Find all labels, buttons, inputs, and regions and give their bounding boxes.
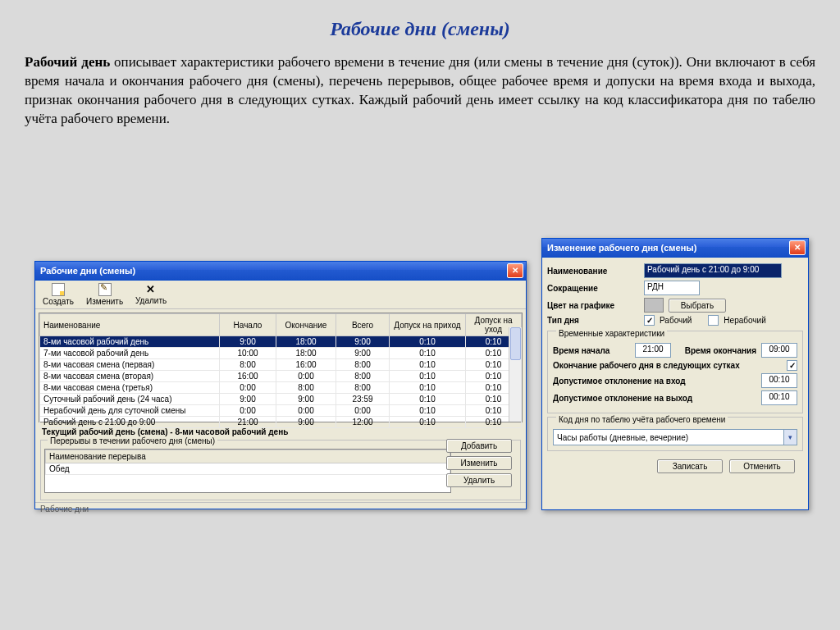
label-tol-out: Допустимое отклонение на выход: [553, 394, 756, 403]
label-tol-in: Допустимое отклонение на вход: [553, 377, 756, 386]
cell: 18:00: [276, 348, 336, 359]
cell: 0:10: [390, 394, 466, 405]
code-combo[interactable]: Часы работы (дневные, вечерние): [553, 429, 797, 445]
titlebar[interactable]: Рабочие дни (смены) ✕: [35, 262, 526, 281]
cell: 8-ми часовой рабочий день: [40, 336, 220, 348]
cell: 0:10: [390, 417, 466, 428]
checkbox-nonwork-label: Нерабочий: [724, 316, 765, 325]
combo-value: Часы работы (дневные, вечерние): [554, 433, 783, 442]
label-end: Время окончания: [685, 346, 756, 355]
intro-paragraph: Рабочий день описывает характеристики ра…: [0, 47, 840, 129]
cell: Суточный рабочий день (24 часа): [40, 394, 220, 405]
cancel-button[interactable]: Отменить: [729, 459, 795, 473]
table-row[interactable]: 8-ми часовой рабочий день9:0018:009:000:…: [40, 336, 522, 348]
cell: 0:10: [390, 336, 466, 348]
titlebar[interactable]: Изменение рабочего дня (смены) ✕: [542, 239, 808, 258]
close-icon[interactable]: ✕: [507, 263, 523, 278]
close-icon[interactable]: ✕: [789, 240, 806, 255]
cell: 16:00: [276, 359, 336, 371]
scrollbar-thumb[interactable]: [510, 327, 521, 360]
cell: 8:00: [336, 382, 390, 394]
create-button[interactable]: Создать: [40, 283, 76, 306]
cell: 8-ми часовая смена (первая): [40, 359, 220, 371]
cell: 8:00: [336, 359, 390, 371]
cell: 0:10: [390, 359, 466, 371]
cell: 9:00: [220, 336, 276, 348]
cell: Рабочий день с 21:00 до 9:00: [40, 417, 220, 428]
cell: 9:00: [220, 394, 276, 405]
col-end[interactable]: Окончание: [276, 314, 336, 336]
checkbox-nextday[interactable]: [787, 360, 797, 371]
code-fieldset: Код дня по табелю учёта рабочего времени…: [547, 417, 803, 451]
table-row[interactable]: 8-ми часовая смена (вторая)16:000:008:00…: [40, 371, 522, 382]
time-legend: Временные характеристики: [556, 329, 667, 338]
name-input[interactable]: Рабочий день с 21:00 до 9:00: [644, 263, 782, 278]
page-title: Рабочие дни (смены): [0, 0, 840, 47]
chevron-down-icon[interactable]: [783, 430, 797, 445]
cell: 0:10: [390, 382, 466, 394]
window-workdays-list: Рабочие дни (смены) ✕ Создать Изменить У…: [34, 261, 527, 509]
cell: 18:00: [276, 336, 336, 348]
end-input[interactable]: 09:00: [761, 343, 797, 358]
label-abbr: Сокращение: [547, 284, 639, 293]
window-title: Рабочие дни (смены): [40, 266, 507, 276]
grid-header-row: Наименование Начало Окончание Всего Допу…: [40, 314, 522, 336]
table-row[interactable]: 8-ми часовая смена (первая)8:0016:008:00…: [40, 359, 522, 371]
table-row[interactable]: 8-ми часовая смена (третья)0:008:008:000…: [40, 382, 522, 394]
cell: 7-ми часовой рабочий день: [40, 348, 220, 359]
col-tol-in[interactable]: Допуск на приход: [390, 314, 466, 336]
table-row[interactable]: Рабочий день с 21:00 до 9:0021:009:0012:…: [40, 417, 522, 428]
tol-out-input[interactable]: 00:10: [761, 390, 797, 405]
cell: 0:00: [220, 382, 276, 394]
col-name[interactable]: Наименование: [40, 314, 220, 336]
cell: 9:00: [336, 348, 390, 359]
cell: 9:00: [276, 417, 336, 428]
statusbar: Рабочие дни: [35, 502, 526, 515]
cell: 9:00: [276, 394, 336, 405]
vertical-scrollbar[interactable]: [509, 327, 522, 422]
add-break-button[interactable]: Добавить: [446, 439, 512, 453]
col-start[interactable]: Начало: [220, 314, 276, 336]
table-row[interactable]: Обед: [46, 463, 450, 475]
label-start: Время начала: [553, 346, 630, 355]
delete-icon: [145, 284, 157, 295]
table-row[interactable]: 7-ми часовой рабочий день10:0018:009:000…: [40, 348, 522, 359]
time-fieldset: Временные характеристики Время начала 21…: [547, 331, 803, 413]
breaks-fieldset: Перерывы в течении рабочего дня (смены) …: [40, 440, 521, 500]
table-row[interactable]: Нерабочий день для суточной смены0:000:0…: [40, 405, 522, 417]
edit-break-button[interactable]: Изменить: [446, 456, 512, 470]
start-input[interactable]: 21:00: [635, 343, 671, 358]
label-color: Цвет на графике: [547, 301, 639, 310]
save-button[interactable]: Записать: [657, 459, 723, 473]
delete-break-button[interactable]: Удалить: [446, 473, 512, 487]
edit-icon: [98, 283, 112, 296]
cell: 10:00: [220, 348, 276, 359]
color-swatch: [644, 298, 664, 313]
edit-button[interactable]: Изменить: [86, 283, 123, 306]
delete-button[interactable]: Удалить: [133, 284, 169, 305]
label-name: Наименование: [547, 267, 639, 276]
create-label: Создать: [43, 297, 74, 306]
window-title: Изменение рабочего дня (смены): [547, 243, 789, 253]
cell: 8:00: [276, 382, 336, 394]
cell: 0:10: [390, 405, 466, 417]
cell: 16:00: [220, 371, 276, 382]
cell: 8:00: [220, 359, 276, 371]
label-nextday: Окончание рабочего дня в следующих сутка…: [553, 361, 782, 370]
cell: 0:00: [276, 371, 336, 382]
col-total[interactable]: Всего: [336, 314, 390, 336]
breaks-grid[interactable]: Наименование перерыва Обед: [44, 449, 451, 493]
cell: 0:00: [336, 405, 390, 417]
choose-color-button[interactable]: Выбрать: [669, 299, 726, 313]
workdays-grid[interactable]: Наименование Начало Окончание Всего Допу…: [39, 313, 523, 422]
cell: 12:00: [336, 417, 390, 428]
form: Наименование Рабочий день с 21:00 до 9:0…: [542, 258, 808, 482]
intro-bold: Рабочий день: [25, 54, 110, 70]
abbr-input[interactable]: РДН: [644, 281, 700, 295]
tol-in-input[interactable]: 00:10: [761, 373, 797, 388]
cell: 8:00: [336, 371, 390, 382]
checkbox-work[interactable]: [644, 315, 655, 326]
checkbox-nonwork[interactable]: [708, 315, 719, 326]
break-col-name[interactable]: Наименование перерыва: [46, 450, 450, 463]
table-row[interactable]: Суточный рабочий день (24 часа)9:009:002…: [40, 394, 522, 405]
